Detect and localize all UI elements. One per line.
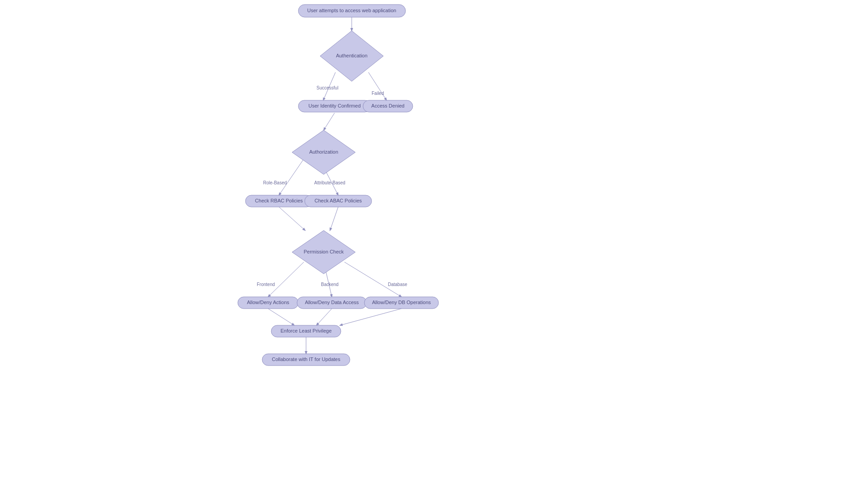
node-authentication-label: Authentication [336, 53, 368, 58]
arrow-abac-to-perm [330, 207, 338, 230]
label-role-based: Role-Based [263, 180, 287, 185]
flowchart-container: User attempts to access web application … [0, 0, 868, 488]
label-attribute-based: Attribute-Based [314, 180, 345, 185]
arrow-identity-to-authz [324, 113, 335, 130]
node-allow-deny-data-label: Allow/Deny Data Access [305, 300, 359, 305]
node-user-identity-label: User Identity Confirmed [308, 103, 361, 108]
arrow-perm-to-actions [268, 262, 304, 297]
label-database: Database [388, 282, 407, 287]
node-start-label: User attempts to access web application [307, 8, 396, 13]
label-frontend: Frontend [257, 282, 275, 287]
node-authorization-label: Authorization [309, 149, 338, 155]
node-check-rbac-label: Check RBAC Policies [255, 198, 303, 203]
node-enforce-least-label: Enforce Least Privilege [280, 328, 331, 333]
arrow-actions-to-enforce [268, 309, 294, 325]
label-successful: Successful [316, 85, 338, 90]
node-check-abac-label: Check ABAC Policies [315, 198, 362, 203]
arrow-rbac-to-perm [279, 207, 305, 230]
node-allow-deny-actions-label: Allow/Deny Actions [247, 300, 289, 305]
node-permission-check-label: Permission Check [304, 249, 344, 254]
arrow-auth-to-denied [368, 72, 387, 100]
arrow-db-to-enforce [340, 309, 401, 325]
node-allow-deny-db-label: Allow/Deny DB Operations [372, 300, 431, 305]
label-backend: Backend [321, 282, 339, 287]
label-failed: Failed [372, 91, 384, 96]
node-collaborate-label: Collaborate with IT for Updates [272, 357, 340, 362]
arrow-data-to-enforce [316, 309, 332, 325]
node-access-denied-label: Access Denied [371, 103, 404, 108]
arrow-perm-to-db [344, 262, 401, 297]
